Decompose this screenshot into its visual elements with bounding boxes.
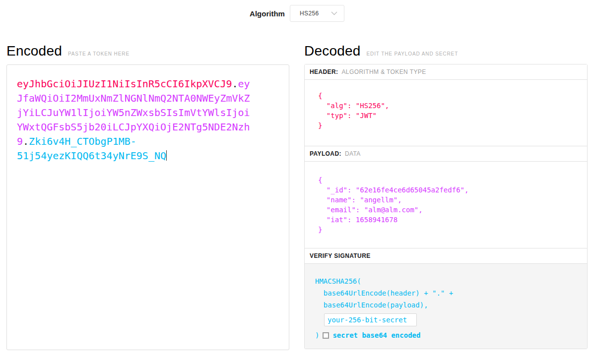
decoded-panel: HEADER: ALGORITHM & TOKEN TYPE { "alg": …	[304, 64, 588, 349]
encoded-heading-row: Encoded PASTE A TOKEN HERE	[6, 43, 289, 60]
signature-close-paren: )	[315, 331, 319, 339]
header-json-editor[interactable]: { "alg": "HS256", "typ": "JWT" }	[305, 80, 587, 146]
payload-json-text: { "_id": "62e16fe4ce6d65045a2fedf6", "na…	[318, 175, 582, 235]
decoded-title: Decoded	[304, 43, 360, 59]
main-columns: Encoded PASTE A TOKEN HERE eyJhbGciOiJIU…	[0, 43, 594, 350]
token-signature-segment: Zki6v4H_CTObgP1MB-51j54yezKIQQ6t34yNrE9S…	[17, 135, 166, 162]
payload-section-label-row: PAYLOAD: DATA	[305, 146, 587, 162]
chevron-down-icon	[331, 11, 337, 15]
signature-code-text: HMACSHA256( base64UrlEncode(header) + ".…	[315, 275, 582, 311]
base64-encoded-checkbox[interactable]	[323, 332, 329, 339]
encoded-subtitle: PASTE A TOKEN HERE	[68, 51, 130, 57]
decoded-subtitle: EDIT THE PAYLOAD AND SECRET	[366, 51, 458, 57]
verify-signature-label: VERIFY SIGNATURE	[310, 252, 371, 259]
header-section-label: HEADER:	[310, 68, 338, 75]
token-separator-dot: .	[23, 135, 29, 147]
payload-section-label: PAYLOAD:	[310, 150, 341, 157]
secret-input[interactable]	[324, 313, 417, 326]
algorithm-selected-value: HS256	[300, 10, 319, 17]
header-section-sublabel: ALGORITHM & TOKEN TYPE	[341, 68, 426, 75]
base64-encoded-checkbox-label[interactable]: secret base64 encoded	[332, 331, 420, 339]
text-cursor	[166, 150, 167, 161]
algorithm-select[interactable]: HS256	[290, 5, 344, 22]
token-input[interactable]: eyJhbGciOiJIUzI1NiIsInR5cCI6IkpXVCJ9.eyJ…	[6, 64, 289, 350]
token-header-segment: eyJhbGciOiJIUzI1NiIsInR5cCI6IkpXVCJ9	[17, 78, 232, 90]
verify-signature-section: HMACSHA256( base64UrlEncode(header) + ".…	[305, 264, 587, 349]
algorithm-bar: Algorithm HS256	[0, 0, 594, 22]
header-json-text: { "alg": "HS256", "typ": "JWT" }	[318, 91, 582, 130]
algorithm-label: Algorithm	[250, 9, 285, 18]
payload-section-sublabel: DATA	[345, 150, 361, 157]
encoded-column: Encoded PASTE A TOKEN HERE eyJhbGciOiJIU…	[6, 43, 289, 350]
encoded-title: Encoded	[6, 43, 62, 59]
decoded-heading-row: Decoded EDIT THE PAYLOAD AND SECRET	[304, 43, 587, 60]
verify-signature-label-row: VERIFY SIGNATURE	[305, 248, 587, 264]
decoded-column: Decoded EDIT THE PAYLOAD AND SECRET HEAD…	[304, 43, 587, 350]
token-separator-dot: .	[232, 78, 238, 90]
signature-close-row: ) secret base64 encoded	[315, 331, 582, 339]
payload-json-editor[interactable]: { "_id": "62e16fe4ce6d65045a2fedf6", "na…	[305, 162, 587, 248]
header-section-label-row: HEADER: ALGORITHM & TOKEN TYPE	[305, 64, 587, 80]
